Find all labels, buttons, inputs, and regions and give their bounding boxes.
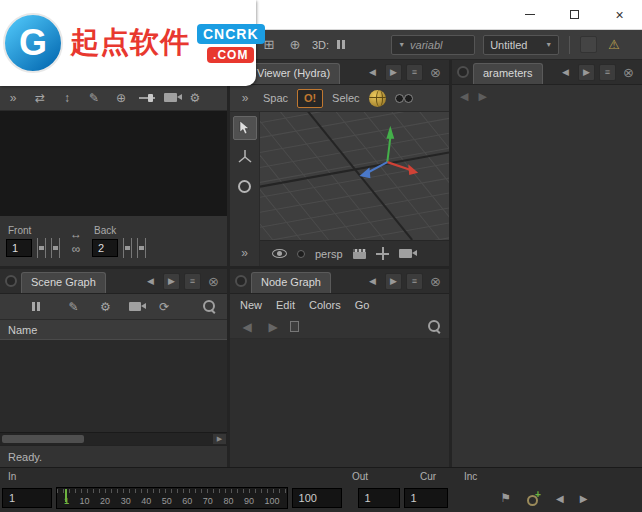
monitor-settings-gear-icon[interactable]: ⚙ (186, 89, 204, 107)
tab-next-icon[interactable]: ▶ (578, 64, 595, 81)
chevrons-icon[interactable]: » (236, 89, 254, 107)
flip-icon[interactable]: ↕ (58, 89, 76, 107)
render-camera-icon[interactable] (164, 93, 177, 102)
maximize-button[interactable] (552, 0, 597, 29)
variable-dropdown[interactable]: ▼ variabl (391, 35, 475, 55)
close-button[interactable]: × (597, 0, 642, 29)
viewport-3d[interactable] (260, 112, 449, 240)
chevrons-icon[interactable]: » (236, 244, 254, 262)
selectable-globe-icon[interactable] (369, 90, 386, 107)
translate-tool-button[interactable] (233, 145, 257, 169)
panel-float-icon[interactable] (457, 66, 469, 78)
menu-colors[interactable]: Colors (309, 299, 341, 311)
search-icon[interactable] (428, 320, 441, 333)
tab-prev-icon[interactable]: ◀ (364, 273, 381, 290)
pan-icon[interactable] (376, 247, 389, 260)
annotate-pencil-icon[interactable]: ✎ (85, 89, 103, 107)
history-forward-icon[interactable]: ▶ (478, 90, 486, 103)
exposure-slider-icon[interactable] (139, 92, 155, 104)
back-slider[interactable] (123, 238, 132, 258)
pixel-probe-icon[interactable]: ⊕ (112, 89, 130, 107)
warning-icon[interactable]: ⚠ (605, 36, 623, 54)
timeline: In Out Cur Inc 1 1102030405060708090100 … (0, 467, 642, 512)
back-buffer-field[interactable]: 2 (92, 239, 118, 257)
timeline-tick: 20 (100, 497, 110, 506)
panel-menu-icon[interactable]: ≡ (406, 273, 423, 290)
tab-next-icon[interactable]: ▶ (385, 64, 402, 81)
tab-scene-graph[interactable]: Scene Graph (21, 272, 106, 293)
flag-icon[interactable]: ⚑ (500, 491, 511, 505)
project-dropdown[interactable]: Untitled ▼ (483, 35, 559, 55)
tab-prev-icon[interactable]: ◀ (557, 64, 574, 81)
parameters-body[interactable]: ◀ ▶ (452, 85, 642, 467)
edit-pencil-icon[interactable]: ✎ (65, 298, 82, 316)
panel-float-icon[interactable] (235, 275, 247, 287)
back-icon[interactable]: ◀ (238, 318, 256, 336)
page-icon[interactable] (290, 321, 299, 332)
tab-node-graph[interactable]: Node Graph (251, 272, 331, 293)
lock-dot-icon[interactable] (297, 250, 305, 258)
increment-field[interactable]: 1 (404, 488, 448, 508)
forward-icon[interactable]: ▶ (264, 318, 282, 336)
in-frame-field[interactable]: 1 (2, 488, 52, 508)
eye-icon[interactable] (272, 249, 287, 258)
gear-icon[interactable]: ⚙ (97, 298, 114, 316)
search-icon[interactable] (203, 300, 215, 313)
menu-new[interactable]: New (240, 299, 262, 311)
tab-parameters[interactable]: arameters (473, 63, 543, 84)
scene-graph-list[interactable] (0, 340, 227, 432)
playhead[interactable] (65, 489, 67, 502)
panel-menu-icon[interactable]: ≡ (599, 64, 616, 81)
next-frame-icon[interactable]: ▶ (580, 493, 588, 504)
timeline-ruler[interactable]: 1102030405060708090100 (56, 487, 288, 509)
camera-icon[interactable] (129, 302, 141, 311)
out-frame-field[interactable]: 100 (292, 488, 342, 508)
swap-front-back-icon[interactable]: ↔ (68, 227, 84, 241)
front-slider[interactable] (37, 238, 46, 258)
panel-float-icon[interactable] (5, 275, 17, 287)
clapperboard-icon[interactable] (353, 249, 366, 259)
tab-prev-icon[interactable]: ◀ (142, 273, 159, 290)
horizontal-scrollbar[interactable]: ▶ (0, 432, 227, 445)
tab-prev-icon[interactable]: ◀ (364, 64, 381, 81)
menu-edit[interactable]: Edit (276, 299, 295, 311)
panel-close-icon[interactable]: ⊗ (427, 64, 444, 81)
link-buffers-icon[interactable]: ∞ (68, 242, 84, 256)
visibility-icon[interactable] (395, 93, 413, 103)
tab-viewer-hydra[interactable]: Viewer (Hydra) (247, 63, 340, 84)
menu-go[interactable]: Go (355, 299, 370, 311)
add-keyframe-icon[interactable] (527, 492, 540, 505)
monitor-viewport[interactable] (0, 111, 227, 216)
object-space-button[interactable]: O! (297, 89, 323, 108)
panel-close-icon[interactable]: ⊗ (205, 273, 222, 290)
tab-next-icon[interactable]: ▶ (385, 273, 402, 290)
front-buffer-field[interactable]: 1 (6, 239, 32, 257)
current-frame-field[interactable]: 1 (358, 488, 400, 508)
render-status-icon[interactable] (580, 36, 597, 53)
back-slider-2[interactable] (137, 238, 146, 258)
camera-icon[interactable] (399, 249, 412, 258)
pause-render-icon[interactable] (337, 40, 345, 49)
minimize-button[interactable] (507, 0, 552, 29)
camera-name[interactable]: persp (315, 248, 343, 260)
panel-menu-icon[interactable]: ≡ (406, 64, 423, 81)
sync-icon[interactable]: ⊕ (286, 36, 304, 54)
rotate-tool-button[interactable] (233, 174, 257, 198)
timeline-tick: 70 (203, 497, 213, 506)
refresh-icon[interactable]: ⟳ (156, 298, 173, 316)
scrollbar-thumb[interactable] (2, 435, 84, 443)
scroll-right-icon[interactable]: ▶ (213, 434, 226, 444)
prev-frame-icon[interactable]: ◀ (556, 493, 564, 504)
tab-next-icon[interactable]: ▶ (163, 273, 180, 290)
swap-buffers-icon[interactable]: ⇄ (31, 89, 49, 107)
name-column-header[interactable]: Name (0, 320, 227, 340)
node-graph-canvas[interactable] (230, 339, 449, 467)
front-slider-2[interactable] (51, 238, 60, 258)
pause-updates-icon[interactable] (32, 302, 40, 311)
panel-close-icon[interactable]: ⊗ (427, 273, 444, 290)
panel-menu-icon[interactable]: ≡ (184, 273, 201, 290)
chevrons-icon[interactable]: » (4, 89, 22, 107)
panel-close-icon[interactable]: ⊗ (620, 64, 637, 81)
select-tool-button[interactable] (233, 116, 257, 140)
history-back-icon[interactable]: ◀ (460, 90, 468, 103)
